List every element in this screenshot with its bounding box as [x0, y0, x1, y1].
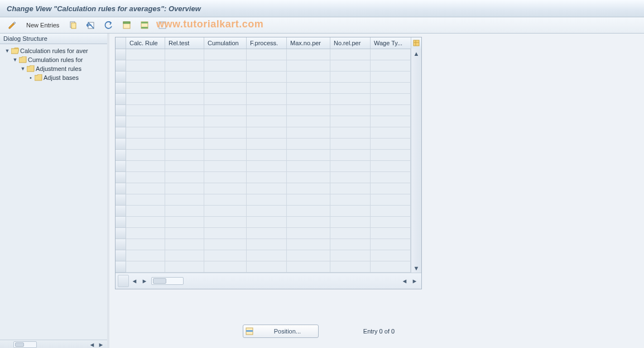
- cell[interactable]: [247, 194, 287, 206]
- cell[interactable]: [247, 127, 287, 139]
- cell[interactable]: [126, 161, 165, 172]
- cell[interactable]: [165, 83, 204, 94]
- cell[interactable]: [371, 150, 411, 161]
- cell[interactable]: [204, 150, 247, 161]
- cell[interactable]: [330, 228, 371, 239]
- row-selector[interactable]: [116, 183, 126, 194]
- cell[interactable]: [165, 105, 204, 116]
- hscroll-thumb[interactable]: [153, 278, 166, 284]
- cell[interactable]: [126, 49, 165, 60]
- cell[interactable]: [247, 60, 287, 71]
- cell[interactable]: [165, 206, 204, 217]
- table-row[interactable]: [116, 94, 421, 105]
- cell[interactable]: [126, 83, 165, 94]
- new-entries-button[interactable]: New Entries: [22, 19, 63, 31]
- cell[interactable]: [287, 94, 330, 105]
- select-all-button[interactable]: [119, 19, 134, 31]
- cell[interactable]: [204, 194, 247, 206]
- cell[interactable]: [165, 250, 204, 261]
- row-selector[interactable]: [116, 261, 126, 273]
- cell[interactable]: [204, 71, 247, 83]
- table-row[interactable]: [116, 217, 421, 228]
- cell[interactable]: [165, 71, 204, 83]
- cell[interactable]: [247, 206, 287, 217]
- cell[interactable]: [247, 150, 287, 161]
- cell[interactable]: [371, 206, 411, 217]
- cell[interactable]: [247, 261, 287, 273]
- cell[interactable]: [371, 94, 411, 105]
- cell[interactable]: [330, 194, 371, 206]
- row-selector[interactable]: [116, 239, 126, 250]
- undo-button[interactable]: [101, 19, 117, 31]
- cell[interactable]: [330, 60, 371, 71]
- expand-icon[interactable]: ▼: [20, 66, 26, 71]
- cell[interactable]: [247, 250, 287, 261]
- cell[interactable]: [204, 183, 247, 194]
- cell[interactable]: [126, 94, 165, 105]
- table-row[interactable]: [116, 116, 421, 127]
- cell[interactable]: [330, 250, 371, 261]
- row-selector[interactable]: [116, 206, 126, 217]
- cell[interactable]: [165, 161, 204, 172]
- table-row[interactable]: [116, 239, 421, 250]
- tree-scroll-left[interactable]: ◄: [88, 341, 96, 348]
- col-calc-rule[interactable]: Calc. Rule: [126, 37, 165, 49]
- cell[interactable]: [287, 150, 330, 161]
- cell[interactable]: [126, 71, 165, 83]
- cell[interactable]: [165, 116, 204, 127]
- table-row[interactable]: [116, 161, 421, 172]
- cell[interactable]: [371, 105, 411, 116]
- cell[interactable]: [371, 217, 411, 228]
- cell[interactable]: [330, 150, 371, 161]
- cell[interactable]: [165, 261, 204, 273]
- cell[interactable]: [204, 83, 247, 94]
- cell[interactable]: [287, 183, 330, 194]
- table-row[interactable]: [116, 194, 421, 206]
- cell[interactable]: [126, 60, 165, 71]
- cell[interactable]: [247, 172, 287, 183]
- cell[interactable]: [371, 127, 411, 139]
- cell[interactable]: [287, 105, 330, 116]
- table-row[interactable]: [116, 60, 421, 71]
- table-row[interactable]: [116, 127, 421, 139]
- copy-button[interactable]: [65, 19, 81, 31]
- table-row[interactable]: [116, 172, 421, 183]
- cell[interactable]: [330, 83, 371, 94]
- table-row[interactable]: [116, 261, 421, 273]
- cell[interactable]: [287, 49, 330, 60]
- cell[interactable]: [371, 116, 411, 127]
- scroll-down-icon[interactable]: ▼: [412, 264, 420, 272]
- cell[interactable]: [371, 250, 411, 261]
- cell[interactable]: [204, 206, 247, 217]
- table-row[interactable]: [116, 250, 421, 261]
- tree-item-adjust-bases[interactable]: • Adjust bases: [0, 73, 107, 82]
- col-wage-type[interactable]: Wage Ty...: [371, 37, 411, 49]
- tree-hscroll-track[interactable]: [13, 341, 37, 348]
- tree-scroll-right[interactable]: ►: [97, 341, 105, 348]
- row-selector[interactable]: [116, 150, 126, 161]
- cell[interactable]: [287, 206, 330, 217]
- cell[interactable]: [287, 239, 330, 250]
- row-selector[interactable]: [116, 105, 126, 116]
- cell[interactable]: [330, 94, 371, 105]
- cell[interactable]: [204, 105, 247, 116]
- row-selector[interactable]: [116, 127, 126, 139]
- table-row[interactable]: [116, 228, 421, 239]
- cell[interactable]: [330, 206, 371, 217]
- cell[interactable]: [165, 127, 204, 139]
- cell[interactable]: [126, 261, 165, 273]
- select-block-button[interactable]: [137, 19, 152, 31]
- cell[interactable]: [126, 194, 165, 206]
- cell[interactable]: [126, 183, 165, 194]
- vertical-scrollbar[interactable]: ▲ ▼: [411, 49, 421, 273]
- cell[interactable]: [165, 183, 204, 194]
- cell[interactable]: [247, 139, 287, 150]
- cell[interactable]: [330, 116, 371, 127]
- cell[interactable]: [330, 217, 371, 228]
- cell[interactable]: [330, 139, 371, 150]
- col-f-process[interactable]: F.process.: [247, 37, 287, 49]
- cell[interactable]: [204, 60, 247, 71]
- cell[interactable]: [247, 239, 287, 250]
- expand-icon[interactable]: ▼: [4, 48, 10, 54]
- cell[interactable]: [247, 217, 287, 228]
